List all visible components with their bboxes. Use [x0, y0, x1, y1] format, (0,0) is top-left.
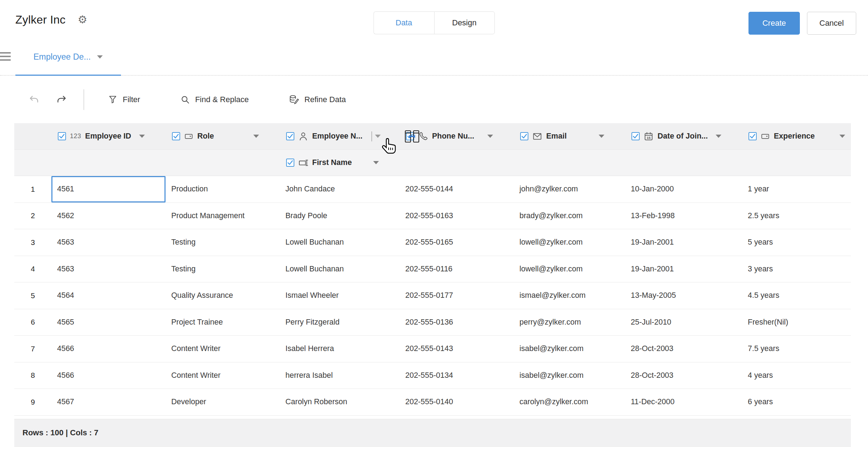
table-cell[interactable]: 202-555-0140	[400, 389, 514, 415]
table-cell[interactable]: 13-Feb-1998	[625, 203, 742, 229]
undo-icon[interactable]	[29, 94, 39, 105]
table-cell[interactable]: 19-Jan-2001	[625, 256, 742, 282]
table-cell[interactable]: 5 years	[742, 229, 851, 256]
row-number[interactable]: 7	[14, 336, 51, 362]
column-checkbox[interactable]	[286, 159, 294, 167]
column-checkbox[interactable]	[286, 132, 294, 140]
tab-data[interactable]: Data	[374, 11, 434, 34]
refine-data-button[interactable]: Refine Data	[289, 94, 346, 105]
table-cell[interactable]: Project Trainee	[166, 309, 280, 336]
table-cell[interactable]: Testing	[166, 256, 280, 282]
table-cell[interactable]: 202-555-0143	[400, 336, 514, 362]
chevron-down-icon[interactable]	[375, 135, 381, 138]
table-cell[interactable]: Brady Poole	[280, 203, 400, 229]
table-cell[interactable]: 202-555-0177	[400, 282, 514, 309]
table-cell[interactable]: 4562	[51, 203, 166, 229]
chevron-down-icon[interactable]	[373, 161, 379, 164]
row-number[interactable]: 6	[14, 309, 51, 336]
table-cell[interactable]: 4566	[51, 336, 166, 362]
tab-design[interactable]: Design	[434, 11, 495, 34]
table-cell[interactable]: 1 year	[742, 176, 851, 202]
column-header[interactable]: 123Employee ID	[51, 123, 166, 149]
table-cell[interactable]: Production	[166, 176, 280, 202]
table-cell[interactable]: 7.5 years	[742, 336, 851, 362]
table-cell[interactable]: Isabel Herrera	[280, 336, 400, 362]
column-header[interactable]: 15Date of Join...	[625, 123, 742, 149]
table-cell[interactable]: Product Management	[166, 203, 280, 229]
chevron-down-icon[interactable]	[97, 55, 103, 59]
table-cell[interactable]: herrera Isabel	[280, 362, 400, 389]
row-number[interactable]: 9	[14, 389, 51, 415]
chevron-down-icon[interactable]	[599, 135, 604, 138]
table-cell[interactable]: 4.5 years	[742, 282, 851, 309]
table-cell[interactable]: 4563	[51, 229, 166, 256]
table-cell[interactable]: 25-Jul-2010	[625, 309, 742, 336]
table-cell[interactable]: 4563	[51, 256, 166, 282]
table-cell[interactable]: isabel@zylker.com	[514, 336, 625, 362]
table-cell[interactable]: 11-Dec-2000	[625, 389, 742, 415]
row-number[interactable]: 2	[14, 203, 51, 229]
table-cell[interactable]: brady@zylker.com	[514, 203, 625, 229]
row-number[interactable]: 1	[14, 176, 51, 202]
table-cell[interactable]: 202-555-0134	[400, 362, 514, 389]
create-button[interactable]: Create	[748, 12, 800, 35]
table-cell[interactable]: 4 years	[742, 362, 851, 389]
table-cell[interactable]: 202-555-0144	[400, 176, 514, 202]
column-checkbox[interactable]	[748, 132, 757, 140]
column-header[interactable]: Employee N...	[280, 123, 400, 149]
redo-icon[interactable]	[56, 94, 67, 105]
table-cell[interactable]: 19-Jan-2001	[625, 229, 742, 256]
table-cell[interactable]: lowell@zylker.com	[514, 256, 625, 282]
table-cell[interactable]: 13-May-2005	[625, 282, 742, 309]
column-header[interactable]: Email	[514, 123, 625, 149]
row-number[interactable]: 3	[14, 229, 51, 256]
chevron-down-icon[interactable]	[716, 135, 721, 138]
table-cell[interactable]: 202-555-0163	[400, 203, 514, 229]
table-cell[interactable]: 6 years	[742, 389, 851, 415]
chevron-down-icon[interactable]	[253, 135, 259, 138]
table-cell[interactable]: Carolyn Roberson	[280, 389, 400, 415]
table-cell[interactable]: Content Writer	[166, 362, 280, 389]
table-cell[interactable]: Ismael Wheeler	[280, 282, 400, 309]
table-cell[interactable]: Developer	[166, 389, 280, 415]
table-cell[interactable]: Quality Assurance	[166, 282, 280, 309]
table-cell[interactable]: 202-555-0116	[400, 256, 514, 282]
table-cell[interactable]: 2.5 years	[742, 203, 851, 229]
table-cell[interactable]: Testing	[166, 229, 280, 256]
table-cell[interactable]: 4566	[51, 362, 166, 389]
table-cell[interactable]: 28-Oct-2003	[625, 336, 742, 362]
hamburger-icon[interactable]	[0, 52, 11, 63]
selected-cell[interactable]: 4561	[51, 176, 166, 202]
column-checkbox[interactable]	[520, 132, 528, 140]
table-cell[interactable]: lowell@zylker.com	[514, 229, 625, 256]
row-number[interactable]: 8	[14, 362, 51, 389]
table-cell[interactable]: Fresher(Nil)	[742, 309, 851, 336]
table-cell[interactable]: 4565	[51, 309, 166, 336]
split-columns-icon[interactable]	[404, 130, 420, 143]
column-checkbox[interactable]	[172, 132, 180, 140]
table-cell[interactable]: Lowell Buchanan	[280, 256, 400, 282]
column-header[interactable]: Experience	[742, 123, 851, 149]
column-checkbox[interactable]	[631, 132, 640, 140]
table-cell[interactable]: perry@zylker.com	[514, 309, 625, 336]
table-cell[interactable]: 202-555-0136	[400, 309, 514, 336]
filter-button[interactable]: Filter	[108, 95, 140, 105]
sheet-tab-employee-details[interactable]: Employee De...	[15, 39, 121, 76]
row-number[interactable]: 4	[14, 256, 51, 282]
table-cell[interactable]: ismael@zylker.com	[514, 282, 625, 309]
table-cell[interactable]: 4564	[51, 282, 166, 309]
table-cell[interactable]: 4567	[51, 389, 166, 415]
cancel-button[interactable]: Cancel	[807, 12, 856, 35]
chevron-down-icon[interactable]	[487, 135, 493, 138]
row-number[interactable]: 5	[14, 282, 51, 309]
chevron-down-icon[interactable]	[839, 135, 845, 138]
table-cell[interactable]: 3 years	[742, 256, 851, 282]
table-cell[interactable]: john@zylker.com	[514, 176, 625, 202]
chevron-down-icon[interactable]	[139, 135, 145, 138]
table-cell[interactable]: John Candace	[280, 176, 400, 202]
table-cell[interactable]: Perry Fitzgerald	[280, 309, 400, 336]
column-header[interactable]: Role	[166, 123, 280, 149]
find-replace-button[interactable]: Find & Replace	[180, 95, 249, 105]
column-checkbox[interactable]	[58, 132, 66, 140]
table-cell[interactable]: isabel@zylker.com	[514, 362, 625, 389]
